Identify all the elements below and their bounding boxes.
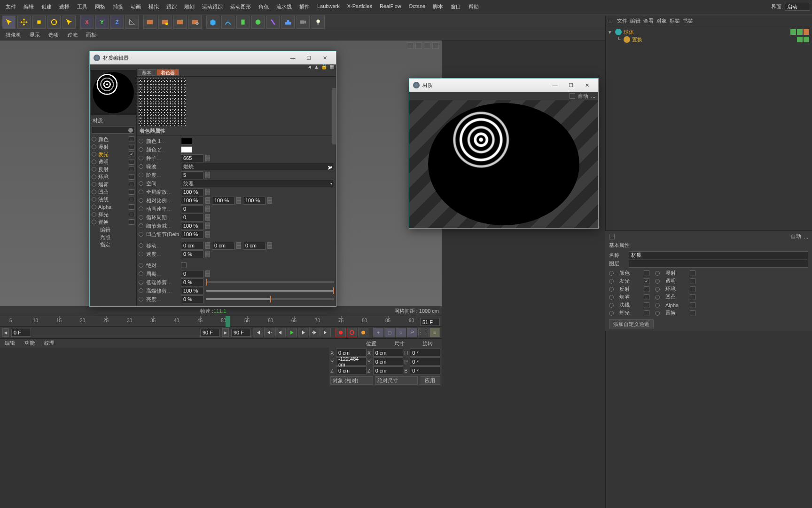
coord-size[interactable]: 0 cm <box>373 349 404 357</box>
prop-value[interactable]: 0 cm <box>212 242 234 250</box>
render-view-icon[interactable] <box>143 16 156 29</box>
menu-捕捉[interactable]: 捕捉 <box>109 1 127 12</box>
prop-slider[interactable] <box>206 279 334 286</box>
live-select-icon[interactable] <box>2 16 16 29</box>
channel-checkbox[interactable] <box>690 294 695 300</box>
attr-auto[interactable]: 自动 <box>791 233 801 240</box>
channel-光照[interactable]: 光照 <box>92 233 134 241</box>
menu-工具[interactable]: 工具 <box>73 1 91 12</box>
prop-radio[interactable] <box>139 164 143 169</box>
light-icon[interactable] <box>312 16 325 29</box>
prop-radio[interactable] <box>139 263 143 268</box>
spinner-icon[interactable] <box>205 251 210 257</box>
prop-radio[interactable] <box>139 232 143 237</box>
prop-value[interactable]: 0 % <box>181 295 203 303</box>
prop-radio[interactable] <box>139 181 143 186</box>
prop-value[interactable]: 0 <box>181 270 203 278</box>
spinner-icon[interactable] <box>267 242 272 249</box>
channel-radio[interactable] <box>609 303 614 308</box>
spinner-icon[interactable] <box>205 214 210 221</box>
prop-radio[interactable] <box>139 215 143 220</box>
channel-checkbox[interactable] <box>690 302 695 308</box>
vis-tag-icon[interactable] <box>804 37 809 42</box>
channel-烟雾[interactable]: 烟雾 <box>92 181 134 188</box>
channel-radio[interactable] <box>92 167 96 172</box>
prop-value[interactable]: 100 % <box>181 222 203 230</box>
channel-radio[interactable] <box>92 197 96 202</box>
rec-opt-icon[interactable]: ≡ <box>429 328 440 337</box>
material-thumb[interactable] <box>91 70 136 115</box>
maximize-button[interactable]: ☐ <box>301 53 316 63</box>
prop-radio[interactable] <box>139 156 143 160</box>
spinner-icon[interactable] <box>236 242 241 249</box>
prop-value[interactable]: 100 % <box>181 197 203 205</box>
menu-帮助[interactable]: 帮助 <box>465 1 483 12</box>
preview-more[interactable]: ... <box>591 93 595 99</box>
deformer-icon[interactable] <box>266 16 280 29</box>
channel-radio[interactable] <box>92 152 96 157</box>
channel-环境[interactable]: 环境 <box>92 173 134 181</box>
channel-radio[interactable] <box>609 287 614 292</box>
channel-颜色[interactable]: 颜色 <box>92 135 134 143</box>
attr-more[interactable]: ... <box>804 234 808 239</box>
range-start[interactable]: 0 F <box>11 329 31 337</box>
prop-value[interactable]: 0 cm <box>243 242 265 250</box>
rec-pos-icon[interactable]: + <box>373 328 383 337</box>
channel-checkbox[interactable] <box>129 212 134 217</box>
menu-运动图形[interactable]: 运动图形 <box>226 1 255 12</box>
prop-select[interactable]: 燃烧 <box>181 163 334 170</box>
objmgr-tab[interactable]: 编辑 <box>630 17 640 24</box>
menu-流水线[interactable]: 流水线 <box>273 1 296 12</box>
objmgr-tab[interactable]: 对象 <box>656 17 667 24</box>
prop-slider[interactable] <box>206 287 334 294</box>
add-channel-button[interactable]: 添加自定义通道 <box>609 319 654 329</box>
objmgr-tab[interactable]: 文件 <box>617 17 627 24</box>
menu-动画[interactable]: 动画 <box>127 1 145 12</box>
object-name[interactable]: 球体 <box>624 29 634 36</box>
vis-tag-icon[interactable] <box>790 29 796 35</box>
channel-checkbox[interactable] <box>129 204 134 210</box>
spinner-icon[interactable] <box>267 197 272 204</box>
hud-icon[interactable] <box>415 42 422 49</box>
maximize-button[interactable]: ☐ <box>563 80 578 90</box>
close-button[interactable]: ✕ <box>579 80 594 90</box>
keyframe-sel-icon[interactable] <box>358 328 368 337</box>
spinner-icon[interactable] <box>205 242 210 249</box>
generator-icon[interactable] <box>251 16 265 29</box>
range-start-arrow-icon[interactable]: ◄ <box>2 328 9 337</box>
viewport-display[interactable]: 显示 <box>26 31 44 40</box>
spinner-icon[interactable] <box>205 222 210 229</box>
attr-layer-field[interactable] <box>629 260 808 268</box>
channel-checkbox[interactable] <box>644 294 649 300</box>
prop-radio[interactable] <box>139 147 143 152</box>
vis-tag-icon[interactable] <box>797 37 803 42</box>
viewport-filter[interactable]: 过滤 <box>63 31 81 40</box>
grip-icon[interactable] <box>609 19 612 24</box>
channel-编辑[interactable]: 编辑 <box>92 226 134 233</box>
channel-radio[interactable] <box>655 271 660 276</box>
channel-checkbox[interactable] <box>129 144 134 150</box>
menu-模拟[interactable]: 模拟 <box>145 1 163 12</box>
coord-sys-icon[interactable] <box>125 16 139 29</box>
tree-expand-icon[interactable]: ▾ <box>609 29 613 35</box>
playhead[interactable] <box>226 316 230 327</box>
layout-select[interactable]: 启动 <box>785 3 810 11</box>
channel-checkbox[interactable] <box>129 182 134 187</box>
dialog-titlebar[interactable]: 材质编辑器 — ☐ ✕ <box>90 51 336 64</box>
channel-radio[interactable] <box>92 137 96 142</box>
prop-value[interactable]: 0 cm <box>181 242 203 250</box>
channel-checkbox[interactable] <box>644 310 649 316</box>
record-icon[interactable] <box>336 328 346 337</box>
prop-radio[interactable] <box>139 252 143 256</box>
coord-mode-select[interactable]: 对象 (相对) <box>330 376 373 385</box>
channel-法线[interactable]: 法线 <box>92 196 134 203</box>
prop-value[interactable]: 100 % <box>181 230 203 238</box>
hud-icon[interactable] <box>407 42 414 49</box>
menu-脚本[interactable]: 脚本 <box>429 1 447 12</box>
prop-value[interactable]: 665 <box>181 154 203 162</box>
menu-跟踪[interactable]: 跟踪 <box>163 1 180 12</box>
channel-radio[interactable] <box>609 271 614 276</box>
channel-反射[interactable]: 反射 <box>92 166 134 173</box>
channel-Alpha[interactable]: Alpha <box>92 203 134 211</box>
dialog-titlebar[interactable]: 材质 — ☐ ✕ <box>409 79 598 92</box>
